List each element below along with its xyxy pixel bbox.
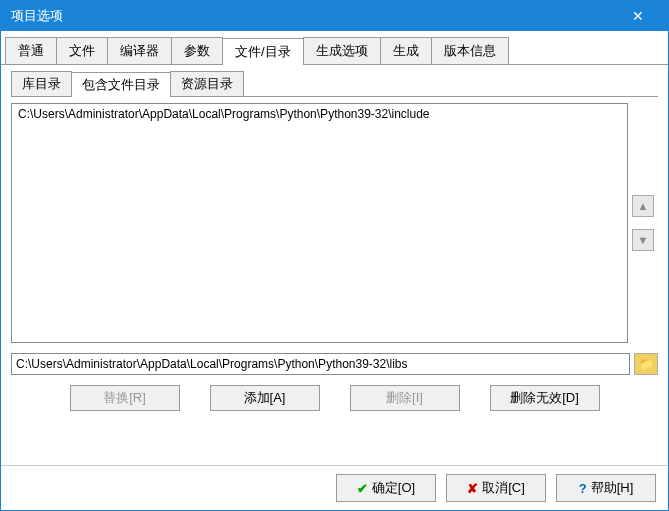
move-down-button[interactable]: ▼ — [632, 229, 654, 251]
tabs-main: 普通 文件 编译器 参数 文件/目录 生成选项 生成 版本信息 — [1, 33, 668, 65]
tab-build[interactable]: 生成 — [380, 37, 432, 64]
folder-icon: 📁 — [639, 357, 654, 371]
question-icon: ? — [579, 481, 587, 496]
tab-general[interactable]: 普通 — [5, 37, 57, 64]
delete-button: 删除[I] — [350, 385, 460, 411]
arrow-down-icon: ▼ — [638, 234, 649, 246]
subtab-include-dirs[interactable]: 包含文件目录 — [71, 72, 171, 97]
list-item[interactable]: C:\Users\Administrator\AppData\Local\Pro… — [16, 106, 623, 122]
delete-invalid-button[interactable]: 删除无效[D] — [490, 385, 600, 411]
titlebar: 项目选项 ✕ — [1, 1, 668, 31]
tab-version[interactable]: 版本信息 — [431, 37, 509, 64]
subtab-res-dirs[interactable]: 资源目录 — [170, 71, 244, 96]
help-button[interactable]: ?帮助[H] — [556, 474, 656, 502]
add-button[interactable]: 添加[A] — [210, 385, 320, 411]
move-up-button[interactable]: ▲ — [632, 195, 654, 217]
x-icon: ✘ — [467, 481, 478, 496]
subtab-lib-dirs[interactable]: 库目录 — [11, 71, 72, 96]
browse-button[interactable]: 📁 — [634, 353, 658, 375]
tab-files[interactable]: 文件 — [56, 37, 108, 64]
close-icon[interactable]: ✕ — [618, 1, 658, 31]
tab-build-options[interactable]: 生成选项 — [303, 37, 381, 64]
tab-files-dirs[interactable]: 文件/目录 — [222, 38, 304, 65]
tabs-sub: 库目录 包含文件目录 资源目录 — [11, 71, 658, 97]
path-input[interactable] — [11, 353, 630, 375]
cancel-button[interactable]: ✘取消[C] — [446, 474, 546, 502]
ok-button[interactable]: ✔确定[O] — [336, 474, 436, 502]
check-icon: ✔ — [357, 481, 368, 496]
tab-params[interactable]: 参数 — [171, 37, 223, 64]
replace-button: 替换[R] — [70, 385, 180, 411]
dialog-footer: ✔确定[O] ✘取消[C] ?帮助[H] — [1, 465, 668, 510]
arrow-up-icon: ▲ — [638, 200, 649, 212]
window-title: 项目选项 — [11, 7, 618, 25]
directory-list[interactable]: C:\Users\Administrator\AppData\Local\Pro… — [11, 103, 628, 343]
tab-compiler[interactable]: 编译器 — [107, 37, 172, 64]
